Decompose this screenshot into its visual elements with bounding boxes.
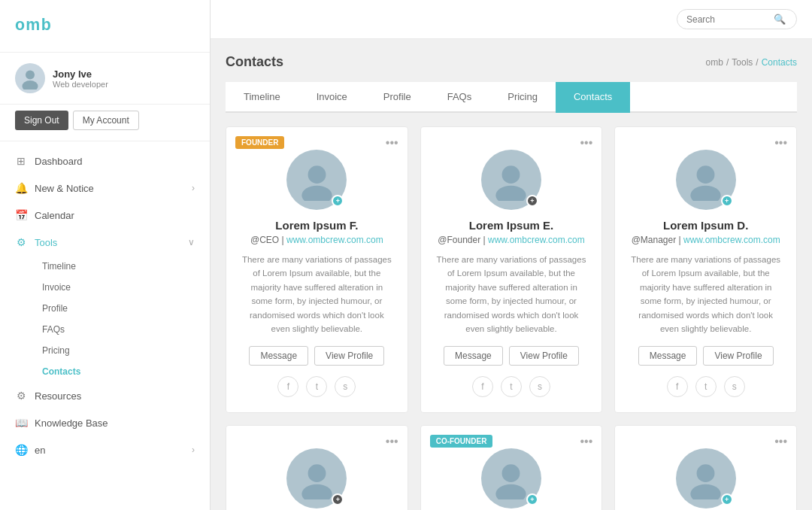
contact-email-d[interactable]: www.ombcrew.com.com <box>683 235 780 245</box>
user-name: Jony Ive <box>53 68 195 80</box>
contact-role-e: @Founder | www.ombcrew.com.com <box>438 235 584 245</box>
svg-point-2 <box>23 80 38 90</box>
card-actions-f: Message View Profile <box>249 346 384 366</box>
search-icon: 🔍 <box>774 14 786 25</box>
sidebar: omb Jony Ive Web developer Sign Out My A… <box>0 0 211 510</box>
sidebar-item-dashboard[interactable]: ⊞ Dashboard <box>0 147 210 175</box>
myaccount-button[interactable]: My Account <box>73 111 139 130</box>
svg-text:omb: omb <box>15 16 52 34</box>
subnav-item-timeline[interactable]: Timeline <box>35 256 210 277</box>
view-profile-button-f[interactable]: View Profile <box>314 346 384 366</box>
card-menu-f[interactable]: ••• <box>386 136 398 150</box>
skype-icon-d[interactable]: s <box>724 376 745 397</box>
subnav-item-profile[interactable]: Profile <box>35 298 210 319</box>
contact-name-d: Lorem Ipsum D. <box>663 219 748 232</box>
search-box[interactable]: 🔍 <box>677 9 797 29</box>
facebook-icon-d[interactable]: f <box>667 376 688 397</box>
subnav-item-pricing[interactable]: Pricing <box>35 340 210 361</box>
sidebar-item-tools[interactable]: ⚙ Tools ∨ <box>0 229 210 256</box>
contact-desc-d: There are many variations of passages of… <box>630 253 781 335</box>
facebook-icon-e[interactable]: f <box>472 376 493 397</box>
avatar-a: + <box>676 448 736 508</box>
page-title: Contacts <box>226 54 283 70</box>
card-menu-b[interactable]: ••• <box>580 435 593 448</box>
svg-point-7 <box>697 165 715 184</box>
signout-button[interactable]: Sign Out <box>15 111 68 130</box>
contact-role-f: @CEO | www.ombcrew.com.com <box>250 235 383 245</box>
sidebar-item-label: Tools <box>35 237 57 248</box>
skype-icon-e[interactable]: s <box>529 376 550 397</box>
contact-email-f[interactable]: www.ombcrew.com.com <box>286 235 383 245</box>
card-actions-e: Message View Profile <box>444 346 579 366</box>
badge-founder: FOUNDER <box>235 136 284 149</box>
user-info: Jony Ive Web developer <box>53 68 195 89</box>
contact-card-c: ••• + Lorem Ipsum C. @Manager | www.ombc… <box>226 425 408 510</box>
sidebar-item-label: en <box>35 445 45 456</box>
card-menu-e[interactable]: ••• <box>580 136 593 150</box>
tab-profile[interactable]: Profile <box>365 82 429 113</box>
tab-contacts[interactable]: Contacts <box>556 82 630 113</box>
chevron-down-icon: ∨ <box>188 237 195 247</box>
twitter-icon-f[interactable]: t <box>306 376 327 397</box>
sidebar-item-calendar[interactable]: 📅 Calendar <box>0 202 210 229</box>
chevron-right-icon: › <box>192 183 195 193</box>
subnav-item-faqs[interactable]: FAQs <box>35 319 210 340</box>
card-menu-c[interactable]: ••• <box>386 435 398 448</box>
subnav-item-contacts[interactable]: Contacts <box>35 361 210 382</box>
svg-point-3 <box>308 165 326 184</box>
badge-cofounder: CO-FOUNDER <box>430 435 493 448</box>
view-profile-button-e[interactable]: View Profile <box>509 346 579 366</box>
gear-icon: ⚙ <box>15 236 27 248</box>
view-profile-button-d[interactable]: View Profile <box>703 346 773 366</box>
message-button-d[interactable]: Message <box>638 346 698 366</box>
svg-point-12 <box>496 484 526 499</box>
topbar: 🔍 <box>211 0 812 39</box>
sidebar-item-knowledge-base[interactable]: 📖 Knowledge Base <box>0 409 210 436</box>
svg-point-6 <box>496 185 526 200</box>
logo-area: omb <box>0 0 210 53</box>
user-actions: Sign Out My Account <box>0 105 210 141</box>
svg-point-1 <box>26 71 35 80</box>
sidebar-item-label: Knowledge Base <box>35 417 108 429</box>
sidebar-item-language[interactable]: 🌐 en › <box>0 436 210 463</box>
status-badge-b: + <box>526 493 538 505</box>
search-input[interactable] <box>686 14 769 25</box>
avatar-b: + <box>481 448 541 508</box>
card-socials-f: f t s <box>277 376 356 397</box>
settings-icon: ⚙ <box>15 390 27 402</box>
facebook-icon-f[interactable]: f <box>277 376 298 397</box>
status-badge-f: + <box>332 195 344 207</box>
sidebar-item-label: Resources <box>35 390 81 402</box>
page-header: Contacts omb / Tools / Contacts <box>226 54 797 70</box>
card-menu-d[interactable]: ••• <box>774 136 787 150</box>
content-area: Contacts omb / Tools / Contacts Timeline… <box>211 39 812 510</box>
main-area: 🔍 Contacts omb / Tools / Contacts Timeli… <box>211 0 812 510</box>
tab-timeline[interactable]: Timeline <box>226 82 298 113</box>
message-button-f[interactable]: Message <box>249 346 308 366</box>
breadcrumb-contacts[interactable]: Contacts <box>762 57 797 68</box>
breadcrumb-sep: / <box>726 57 729 68</box>
breadcrumb-sep: / <box>756 57 758 68</box>
skype-icon-f[interactable]: s <box>335 376 356 397</box>
twitter-icon-e[interactable]: t <box>501 376 522 397</box>
svg-point-13 <box>697 464 715 482</box>
avatar-icon-a <box>685 458 726 499</box>
message-button-e[interactable]: Message <box>444 346 503 366</box>
avatar <box>15 63 45 93</box>
status-badge-c: + <box>332 493 344 505</box>
sidebar-item-new-notice[interactable]: 🔔 New & Notice › <box>0 175 210 202</box>
tab-faqs[interactable]: FAQs <box>429 82 490 113</box>
svg-point-10 <box>301 484 332 499</box>
sidebar-item-resources[interactable]: ⚙ Resources <box>0 382 210 409</box>
contacts-grid: FOUNDER ••• + Lorem Ipsum F. @CEO | www.… <box>226 126 797 510</box>
breadcrumb-tools: Tools <box>732 57 753 68</box>
tab-pricing[interactable]: Pricing <box>489 82 556 113</box>
twitter-icon-d[interactable]: t <box>695 376 717 397</box>
contact-email-e[interactable]: www.ombcrew.com.com <box>488 235 585 245</box>
subnav-item-invoice[interactable]: Invoice <box>35 277 210 298</box>
avatar-f: + <box>286 150 347 210</box>
tab-invoice[interactable]: Invoice <box>298 82 365 113</box>
card-menu-a[interactable]: ••• <box>774 435 787 448</box>
svg-point-4 <box>301 185 332 200</box>
contact-card-b: CO-FOUNDER ••• + Lorem Ipsum B. @Manager… <box>420 425 603 510</box>
